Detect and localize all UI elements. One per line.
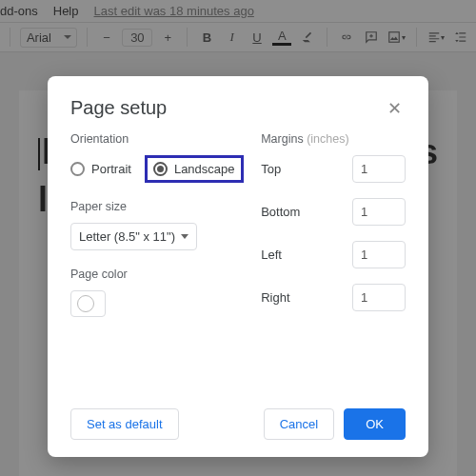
chevron-down-icon (181, 234, 188, 239)
page-color-select[interactable] (70, 290, 106, 317)
margin-top-input[interactable] (352, 155, 406, 183)
margin-left-input[interactable] (352, 241, 406, 268)
dialog-title: Page setup (70, 97, 167, 119)
paper-size-label: Paper size (70, 200, 244, 213)
margin-right-label: Right (261, 290, 289, 305)
set-as-default-button[interactable]: Set as default (70, 408, 179, 440)
margin-right-input[interactable] (352, 284, 406, 311)
paper-size-value: Letter (8.5" x 11") (79, 229, 175, 244)
cancel-button[interactable]: Cancel (264, 408, 334, 440)
margin-top-label: Top (261, 162, 281, 176)
landscape-label: Landscape (174, 162, 235, 176)
paper-size-select[interactable]: Letter (8.5" x 11") (70, 223, 197, 250)
margin-bottom-label: Bottom (261, 205, 300, 219)
orientation-landscape-radio[interactable]: Landscape (145, 155, 244, 183)
margins-label: Margins (inches) (261, 132, 406, 146)
page-color-label: Page color (70, 268, 244, 281)
margin-left-label: Left (261, 248, 282, 262)
margin-bottom-input[interactable] (352, 198, 406, 226)
close-icon[interactable]: ✕ (383, 98, 406, 119)
color-swatch (77, 295, 94, 312)
ok-button[interactable]: OK (344, 408, 406, 440)
portrait-label: Portrait (91, 162, 131, 176)
page-setup-dialog: Page setup ✕ Orientation Portrait Landsc… (48, 76, 428, 457)
orientation-portrait-radio[interactable]: Portrait (70, 162, 131, 176)
orientation-label: Orientation (70, 132, 244, 146)
